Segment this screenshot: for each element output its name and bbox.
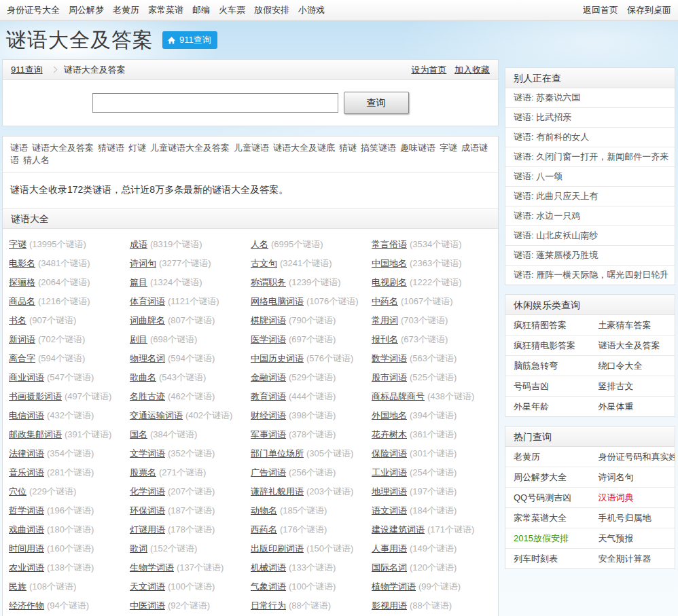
hot-query-item[interactable]: 身份证号码和真实姓	[590, 447, 675, 467]
category-link[interactable]: 建设建筑词语	[372, 524, 425, 535]
category-link[interactable]: 中国历史词语	[251, 353, 304, 363]
now-searching-item[interactable]: 谜语: 此曲只应天上有	[505, 187, 675, 206]
leisure-item[interactable]: 外星体重	[590, 397, 675, 416]
now-searching-item[interactable]: 谜语: 水边一只鸡	[505, 206, 675, 226]
category-link[interactable]: 戏曲词语	[9, 524, 44, 535]
add-favorite-link[interactable]: 加入收藏	[454, 65, 490, 75]
top-nav-link[interactable]: 身份证号大全	[7, 5, 60, 15]
category-link[interactable]: 物理名词	[130, 353, 165, 363]
category-link[interactable]: 植物学词语	[372, 581, 416, 592]
category-link[interactable]: 花卉树木	[372, 429, 407, 439]
category-link[interactable]: 文学词语	[130, 448, 165, 458]
category-link[interactable]: 部门单位场所	[251, 448, 304, 458]
now-searching-item[interactable]: 谜语: 久闭门窗一打开，新闻邮件一齐来	[505, 147, 675, 167]
tag-link[interactable]: 搞笑谜语	[361, 143, 396, 153]
category-link[interactable]: 古文句	[251, 258, 277, 268]
tag-link[interactable]: 儿童谜语	[234, 143, 269, 153]
category-link[interactable]: 词曲牌名	[130, 315, 165, 325]
category-link[interactable]: 人事用语	[372, 543, 407, 554]
now-searching-item[interactable]: 谜语: 苏秦说六国	[505, 88, 675, 108]
category-link[interactable]: 音乐词语	[9, 467, 44, 477]
leisure-item[interactable]: 竖排古文	[590, 376, 675, 397]
now-searching-item[interactable]: 谜语: 比武招亲	[505, 108, 675, 128]
category-link[interactable]: 歌词	[130, 543, 147, 554]
category-link[interactable]: 广告词语	[251, 467, 286, 477]
911-query-badge[interactable]: 911查询	[162, 31, 217, 49]
category-link[interactable]: 成语	[130, 239, 147, 249]
category-link[interactable]: 网络电脑词语	[251, 296, 304, 306]
category-link[interactable]: 股票名	[130, 467, 156, 477]
tag-link[interactable]: 字谜	[440, 143, 457, 153]
tag-link[interactable]: 谜语大全及答案	[32, 143, 94, 153]
category-link[interactable]: 棋牌词语	[251, 315, 286, 325]
top-nav-link[interactable]: 返回首页	[583, 5, 618, 15]
category-link[interactable]: 股市词语	[372, 372, 407, 382]
category-link[interactable]: 机械词语	[251, 562, 286, 573]
category-link[interactable]: 报刊名	[372, 334, 398, 344]
category-link[interactable]: 书画摄影词语	[9, 391, 62, 401]
category-link[interactable]: 语文词语	[372, 505, 407, 515]
category-link[interactable]: 剧目	[130, 334, 147, 344]
hot-query-item[interactable]: 手机号归属地	[590, 508, 675, 528]
category-link[interactable]: 邮政集邮词语	[9, 429, 62, 439]
leisure-item[interactable]: 号码吉凶	[505, 376, 590, 397]
now-searching-item[interactable]: 谜语: 蓬莱蜃楼乃胜境	[505, 246, 675, 266]
search-input[interactable]	[92, 93, 338, 113]
category-link[interactable]: 民族	[9, 581, 26, 592]
category-link[interactable]: 名胜古迹	[130, 391, 165, 401]
set-homepage-link[interactable]: 设为首页	[411, 65, 446, 75]
tag-link[interactable]: 灯谜	[128, 143, 146, 153]
hot-query-item[interactable]: 老黄历	[505, 447, 590, 467]
category-link[interactable]: 商标品牌商号	[372, 391, 425, 401]
top-nav-link[interactable]: 邮编	[192, 5, 210, 15]
category-link[interactable]: 人名	[251, 239, 268, 249]
category-link[interactable]: 动物名	[251, 505, 277, 515]
category-link[interactable]: 灯谜用语	[130, 524, 165, 535]
category-link[interactable]: 常用词	[372, 315, 398, 325]
hot-query-item[interactable]: QQ号码测吉凶	[505, 488, 590, 508]
top-nav-link[interactable]: 保存到桌面	[627, 5, 671, 15]
hot-query-item[interactable]: 安全期计算器	[590, 549, 675, 568]
category-link[interactable]: 教育词语	[251, 391, 286, 401]
category-link[interactable]: 常言俗语	[372, 239, 407, 249]
top-nav-link[interactable]: 家常菜谱	[148, 5, 183, 15]
leisure-item[interactable]: 疯狂猜图答案	[505, 315, 590, 336]
category-link[interactable]: 字谜	[9, 239, 26, 249]
category-link[interactable]: 哲学词语	[9, 505, 44, 515]
top-nav-link[interactable]: 火车票	[219, 5, 245, 15]
tag-link[interactable]: 趣味谜语	[400, 143, 435, 153]
category-link[interactable]: 影视用语	[372, 600, 407, 611]
category-link[interactable]: 时间用语	[9, 543, 44, 554]
category-link[interactable]: 地理词语	[372, 486, 407, 496]
category-link[interactable]: 穴位	[9, 486, 26, 496]
category-link[interactable]: 交通运输词语	[130, 410, 183, 420]
top-nav-link[interactable]: 周公解梦	[69, 5, 104, 15]
hot-query-item[interactable]: 诗词名句	[590, 467, 675, 488]
tag-link[interactable]: 猜谜语	[98, 143, 124, 153]
category-link[interactable]: 歌曲名	[130, 372, 156, 382]
leisure-item[interactable]: 土豪猜车答案	[590, 315, 675, 336]
hot-query-item[interactable]: 列车时刻表	[505, 549, 590, 568]
tag-link[interactable]: 猜人名	[23, 155, 50, 165]
category-link[interactable]: 环保词语	[130, 505, 165, 515]
hot-query-item[interactable]: 周公解梦大全	[505, 467, 590, 488]
now-searching-item[interactable]: 谜语: 山北皮袄山南纱	[505, 226, 675, 246]
category-link[interactable]: 数学词语	[372, 353, 407, 363]
category-link[interactable]: 探骊格	[9, 277, 35, 287]
category-link[interactable]: 电视剧名	[372, 277, 407, 287]
top-nav-link[interactable]: 老黄历	[113, 5, 139, 15]
category-link[interactable]: 篇目	[130, 277, 147, 287]
category-link[interactable]: 电影名	[9, 258, 35, 268]
category-link[interactable]: 国名	[130, 429, 147, 439]
tag-link[interactable]: 儿童谜语大全及答案	[150, 143, 230, 153]
category-link[interactable]: 经济作物	[9, 600, 44, 611]
category-link[interactable]: 中药名	[372, 296, 398, 306]
category-link[interactable]: 书名	[9, 315, 26, 325]
leisure-item[interactable]: 外星年龄	[505, 397, 590, 416]
now-searching-item[interactable]: 谜语: 雁阵一横天际隐，曙光四射日轮升	[505, 266, 675, 285]
category-link[interactable]: 金融词语	[251, 372, 286, 382]
category-link[interactable]: 气象词语	[251, 581, 286, 592]
category-link[interactable]: 化学词语	[130, 486, 165, 496]
category-link[interactable]: 国际名词	[372, 562, 407, 573]
category-link[interactable]: 称谓职务	[251, 277, 286, 287]
